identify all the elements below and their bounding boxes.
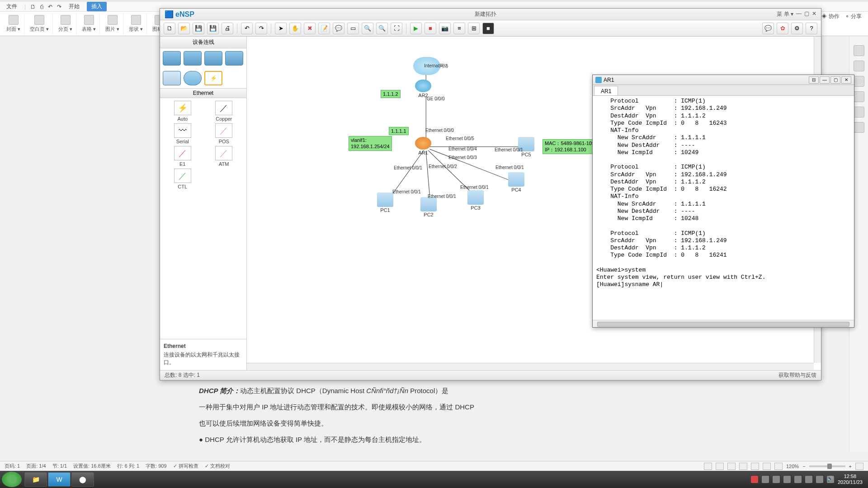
pointer-icon[interactable]: ➤ [275,23,287,34]
view-icon[interactable] [727,463,736,470]
term-btn-1[interactable]: ⊟ [809,76,819,84]
view-icon[interactable] [763,463,771,470]
terminal-tab-ar1[interactable]: AR1 [594,86,618,95]
firewall-category-icon[interactable] [225,51,243,66]
tray-volume-icon[interactable]: 🔊 [827,476,834,483]
stop-icon[interactable]: ■ [425,23,436,34]
taskbar-clock[interactable]: 12:58 2020/11/23 [838,474,863,485]
document-body[interactable]: DHCP 简介：动态主机配置协议 DHCP（Dynamic Host CÑnfi… [199,384,651,449]
doc-proof[interactable]: ✓ 文档校对 [205,463,230,469]
undo-icon[interactable]: ↶ [241,23,253,34]
cable-auto[interactable]: ⚡Auto [163,101,203,122]
tray-icon[interactable] [794,476,802,483]
huawei-icon[interactable]: ✿ [777,23,788,34]
capture-icon[interactable]: 📷 [439,23,451,34]
right-tool-icon[interactable] [854,76,864,87]
pc-category-icon[interactable] [163,71,181,85]
view-icon[interactable] [774,463,783,470]
chat-icon[interactable]: 💬 [762,23,774,34]
terminal-output[interactable]: Protocol : ICMP(1) SrcAddr Vpn : 192.168… [593,96,854,320]
menu-file[interactable]: 文件 [4,2,20,11]
qat-icon[interactable]: ↶ [48,4,52,10]
redo-icon[interactable]: ↷ [255,23,267,34]
save-icon[interactable]: 💾 [207,23,219,34]
wlan-category-icon[interactable] [204,51,222,66]
ribbon-blank[interactable]: 空白页 ▾ [26,13,53,35]
delete-icon[interactable]: ✖ [304,23,316,34]
open-icon[interactable]: 📂 [178,23,190,34]
right-tool-icon[interactable] [854,91,864,102]
menu-insert[interactable]: 插入 [87,2,107,11]
new-icon[interactable]: 🗋 [164,23,175,34]
settings-icon[interactable]: ⚙ [791,23,803,34]
spell-check[interactable]: ✓ 拼写检查 [173,463,198,469]
view-icon[interactable] [739,463,747,470]
pc1-node[interactable]: PC1 [377,192,393,213]
cable-ctl[interactable]: ／CTL [163,169,203,189]
tray-icon[interactable] [816,476,823,483]
canvas-scrollbar-h[interactable] [247,363,814,370]
right-tool-icon[interactable] [854,122,864,133]
term-close-icon[interactable]: ✕ [841,76,851,84]
view-icon[interactable] [751,463,759,470]
cloud-category-icon[interactable] [184,71,202,85]
view-icon[interactable] [704,463,712,470]
dark-icon[interactable]: ■ [482,23,494,34]
start-button[interactable] [2,472,22,487]
text-icon[interactable]: 💬 [333,23,344,34]
qat-icon[interactable]: ⎙ [40,4,43,10]
save-icon[interactable]: 💾 [193,23,204,34]
right-tool-icon[interactable] [854,107,864,117]
cable-pos[interactable]: ／POS [204,123,244,144]
print-icon[interactable]: 🖨 [222,23,233,34]
ribbon-pic[interactable]: 图片 ▾ [102,13,123,35]
fit-icon[interactable]: ⛶ [391,23,402,34]
tray-icon[interactable] [773,476,780,483]
task-explorer[interactable]: 📁 [24,472,47,487]
rect-icon[interactable]: ▭ [347,23,359,34]
close-icon[interactable]: ✕ [812,10,816,18]
menu-start[interactable]: 开始 [66,2,82,11]
term-max-icon[interactable]: ▢ [830,76,840,84]
share-btn[interactable]: ⚬ 分享 [845,13,862,20]
qat-icon[interactable]: 🗋 [30,4,36,10]
pc3-node[interactable]: PC3 [467,190,484,211]
ribbon-table[interactable]: 表格 ▾ [78,13,100,35]
task-wps[interactable]: W [48,472,71,487]
min-icon[interactable]: — [796,10,802,18]
tray-icon[interactable] [783,476,791,483]
collab-btn[interactable]: ◈ 协作 [821,13,839,20]
view-icon[interactable] [716,463,724,470]
cable-copper[interactable]: ／Copper [204,101,244,122]
tool-icon[interactable]: 📝 [318,23,330,34]
right-tool-icon[interactable] [854,45,864,56]
switch-category-icon[interactable] [184,51,202,66]
pc2-node[interactable]: PC2 [420,197,437,217]
cable-e1[interactable]: ／E1 [163,146,203,167]
qat-icon[interactable]: ↷ [57,4,61,10]
term-min-icon[interactable]: — [820,76,830,84]
align-icon[interactable]: ⊞ [468,23,480,34]
terminal-titlebar[interactable]: AR1 ⊟ — ▢ ✕ [593,75,854,85]
tray-icon[interactable] [762,476,769,483]
ar1-node[interactable]: AR1 [415,137,431,155]
align-icon[interactable]: ≡ [453,23,465,34]
router-category-icon[interactable] [163,51,181,66]
zoom-out[interactable]: − [802,464,805,469]
ribbon-shape[interactable]: 形状 ▾ [125,13,147,35]
tray-icon[interactable] [751,476,758,483]
ribbon-cover[interactable]: 封面 ▾ [3,13,24,35]
task-obs[interactable]: ⬤ [71,472,94,487]
max-icon[interactable]: ▢ [804,10,809,18]
terminal-scrollbar[interactable] [593,320,854,327]
help-icon[interactable]: ? [806,23,817,34]
cable-serial[interactable]: 〰Serial [163,123,203,144]
zoomout-icon[interactable]: 🔍 [376,23,388,34]
zoomin-icon[interactable]: 🔍 [362,23,373,34]
ensp-menu-btn[interactable]: 菜 单 ▾ [777,10,793,18]
pc4-node[interactable]: PC4 [508,172,524,192]
ribbon-break[interactable]: 分页 ▾ [55,13,76,35]
zoom-in[interactable]: + [849,464,852,469]
start-icon[interactable]: ▶ [410,23,422,34]
right-tool-icon[interactable] [854,61,864,71]
